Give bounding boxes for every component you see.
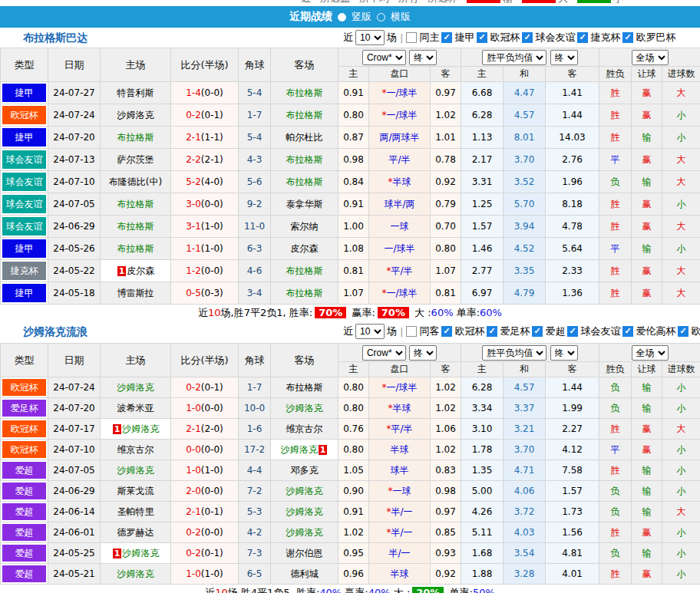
legend-color-swatch <box>522 0 556 3</box>
match-row: 爱超24-05-251沙姆洛克0-2(0-1)7-3谢尔伯恩0.95半/一0.9… <box>1 543 700 564</box>
result-cell: 胜 <box>599 82 632 104</box>
legend-label: 输 <box>503 0 513 4</box>
legend-text-item: 所选盘 <box>320 0 350 5</box>
avg-draw-odds: 4.57 <box>504 104 546 127</box>
league-filter-checkbox[interactable] <box>678 326 688 337</box>
league-badge: 爱超 <box>2 565 46 582</box>
wdl-time-select[interactable]: 终 <box>550 50 578 65</box>
home-team: 沙姆洛克 <box>117 110 154 120</box>
match-date: 24-06-29 <box>48 481 101 502</box>
away-team-cell: 布拉格斯 <box>271 104 338 127</box>
league-badge: 欧冠杯 <box>2 420 46 437</box>
legend-label: 大 <box>558 0 568 4</box>
match-date: 24-07-24 <box>48 377 101 398</box>
league-filter-checkbox[interactable] <box>622 32 633 43</box>
scope-select[interactable]: 全场 <box>632 345 669 361</box>
avg-away-odds: 4.12 <box>546 440 599 460</box>
same-venue-checkbox[interactable] <box>406 326 417 337</box>
goals-result-cell: 小 <box>662 564 700 585</box>
home-team-label: 布拉格斯 <box>117 132 154 143</box>
crow-away-odds: 0.92 <box>431 564 461 585</box>
corner-score: 7-2 <box>247 486 262 496</box>
away-team: 维京古尔 <box>286 423 323 434</box>
league-filter-checkbox[interactable] <box>441 326 452 337</box>
full-time-score: 3-1 <box>186 221 201 232</box>
away-team-cell: 布拉格斯 <box>271 260 338 282</box>
crow-home-odds: 1.07 <box>338 282 369 305</box>
league-badge: 球会友谊 <box>2 217 46 236</box>
same-venue-checkbox[interactable] <box>406 32 417 43</box>
wdl-average-select[interactable]: 胜平负均值 <box>482 50 546 65</box>
away-team-cell: 沙姆洛克1 <box>271 440 338 460</box>
avg-draw-odds: 4.57 <box>504 377 546 398</box>
avg-home-odds: 1.35 <box>461 460 504 481</box>
league-filter-checkbox[interactable] <box>622 326 633 337</box>
away-team: 泰拿华斯 <box>286 199 323 209</box>
crow-home-odds: 1.05 <box>338 460 369 481</box>
vertical-layout-label[interactable]: 竖版 <box>352 10 371 24</box>
full-time-score: 5-2 <box>186 176 201 187</box>
away-team-label: 布拉格斯 <box>286 382 323 393</box>
away-team-label: 沙姆洛克 <box>286 486 323 496</box>
goals-result-cell: 小 <box>662 460 700 481</box>
league-filter-checkbox[interactable] <box>477 32 487 43</box>
league-type-cell: 欧冠杯 <box>1 440 48 460</box>
avg-away-odds: 4.81 <box>546 543 599 564</box>
radio-horizontal-layout[interactable] <box>377 13 385 21</box>
match-date: 24-05-26 <box>48 238 101 260</box>
wdl-average-group: 胜平负均值 终 <box>461 48 599 67</box>
summary-text: 场,胜4平1负5, 胜率: <box>228 587 320 593</box>
handicap-cell: *半球 <box>369 398 431 419</box>
odds-company-select[interactable]: Crow* <box>362 345 406 361</box>
avg-draw-odds: 3.21 <box>504 419 546 440</box>
handicap-label: 一球 <box>391 221 409 232</box>
full-time-score: 1-1 <box>186 243 201 254</box>
divider: | <box>400 32 403 44</box>
result-cell: 胜 <box>599 127 632 149</box>
match-row: 欧冠杯24-07-24沙姆洛克0-2(0-1)1-7布拉格斯0.80*一/球半1… <box>1 104 700 127</box>
odds-time-select[interactable]: 终 <box>409 50 437 65</box>
col-corner: 角球 <box>239 344 271 377</box>
avg-home-odds: 2.77 <box>461 260 504 282</box>
score-cell: 2-1(0-1) <box>171 502 239 522</box>
scope-select[interactable]: 全场 <box>632 50 669 65</box>
league-type-cell: 爱超 <box>1 564 48 585</box>
league-filter-checkbox[interactable] <box>487 326 497 337</box>
wdl-average-select[interactable]: 胜平负均值 <box>482 345 546 361</box>
avg-home-odds: 3.31 <box>461 171 504 193</box>
near-label: 近 <box>343 325 353 338</box>
match-date: 24-05-21 <box>48 564 101 585</box>
match-row: 球会友谊24-07-13萨尔茨堡2-2(2-1)4-3布拉格斯0.98平/半0.… <box>1 149 700 171</box>
matches-count-select[interactable]: 10 <box>355 324 385 339</box>
goals-result-cell: 大 <box>662 171 700 193</box>
away-team-cell: 沙姆洛克 <box>271 481 338 502</box>
match-row: 爱超24-06-14圣帕特里2-1(0-1)5-3沙姆洛克0.91*半/一0.9… <box>1 502 700 522</box>
half-time-score: (0-1) <box>201 110 223 120</box>
sub-away-odds: 客 <box>431 67 461 82</box>
recent-record-title: 近期战绩 <box>289 10 332 24</box>
league-filter-checkbox[interactable] <box>441 32 452 43</box>
home-team-label: 沙姆洛克 <box>122 423 159 434</box>
corner-score: 4-2 <box>247 527 262 538</box>
league-filter-checkbox[interactable] <box>577 32 588 43</box>
full-time-score: 1-0 <box>186 403 201 413</box>
handicap-label: 一/球半 <box>386 288 417 298</box>
wdl-time-select[interactable]: 终 <box>550 345 578 361</box>
matches-count-select[interactable]: 10 <box>355 30 385 45</box>
league-filter-checkbox[interactable] <box>532 326 543 337</box>
avg-draw-odds: 4.03 <box>504 522 546 543</box>
horizontal-layout-label[interactable]: 横版 <box>391 10 411 24</box>
sub-handicap-result: 让球 <box>632 67 662 82</box>
radio-vertical-layout[interactable] <box>338 13 346 21</box>
crow-away-odds: 0.70 <box>431 216 461 238</box>
league-type-cell: 爱足杯 <box>1 398 48 419</box>
odds-company-select[interactable]: Crow* <box>362 50 406 65</box>
summary-text: 60% <box>480 307 502 318</box>
league-type-cell: 球会友谊 <box>1 171 48 193</box>
home-team-label: 布拉格斯 <box>117 199 154 209</box>
league-filter-checkbox[interactable] <box>522 32 533 43</box>
odds-time-select[interactable]: 终 <box>409 345 437 361</box>
league-filter-checkbox[interactable] <box>567 326 578 337</box>
sub-avg-draw: 和 <box>504 362 546 377</box>
score-cell: 2-2(2-1) <box>171 149 239 171</box>
